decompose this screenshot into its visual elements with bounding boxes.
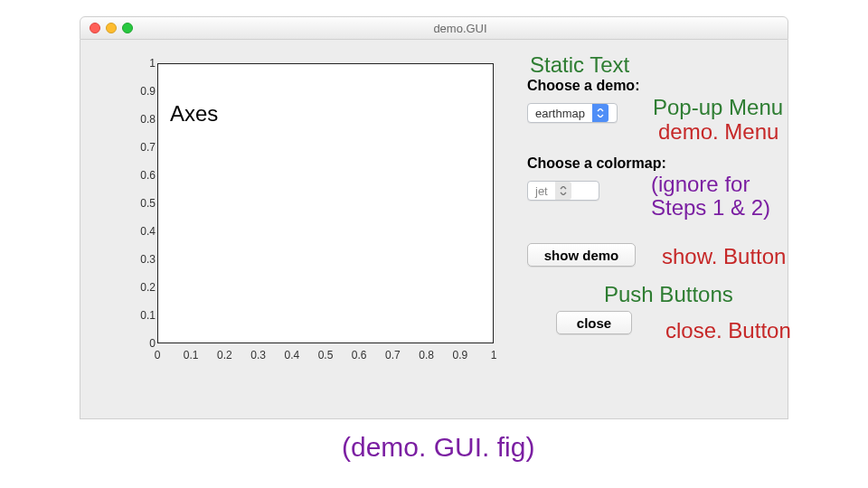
y-tick-label: 0.7 <box>112 141 156 154</box>
choose-demo-label: Choose a demo: <box>527 78 639 94</box>
y-tick-label: 0.1 <box>112 309 156 322</box>
annotation-figfile: (demo. GUI. fig) <box>342 432 534 463</box>
x-tick-label: 0.3 <box>250 349 266 387</box>
x-tick-label: 0.5 <box>318 349 334 387</box>
y-tick-label: 0.4 <box>112 225 156 238</box>
chevron-updown-icon <box>555 182 571 200</box>
y-tick-label: 0.9 <box>112 85 156 98</box>
x-tick-label: 0.1 <box>184 349 199 387</box>
annotation-close-button: close. Button <box>665 318 791 343</box>
y-tick-label: 0.6 <box>112 169 156 182</box>
show-demo-label: show demo <box>544 248 619 263</box>
choose-colormap-label: Choose a colormap: <box>527 155 666 172</box>
close-button-label: close <box>577 315 611 331</box>
colormap-popup-value: jet <box>528 184 555 198</box>
y-tick-label: 0.3 <box>112 253 156 266</box>
minimize-window-icon[interactable] <box>106 23 117 33</box>
close-button[interactable]: close <box>556 311 632 334</box>
y-tick-label: 0.5 <box>112 197 156 210</box>
window-traffic-lights[interactable] <box>90 23 133 33</box>
zoom-window-icon[interactable] <box>122 23 133 33</box>
y-tick-label: 0.2 <box>112 281 156 294</box>
chevron-updown-icon <box>592 104 609 122</box>
y-tick-label: 0 <box>112 337 156 350</box>
annotation-push-buttons: Push Buttons <box>604 282 733 307</box>
x-tick-label: 0.4 <box>284 349 299 387</box>
annotation-static-text: Static Text <box>530 52 629 78</box>
annotation-axes: Axes <box>170 101 218 127</box>
x-tick-label: 0.7 <box>385 349 401 387</box>
x-tick-label: 0.8 <box>419 349 434 387</box>
annotation-popup-menu: Pop-up Menu <box>653 95 783 120</box>
demo-popup-menu[interactable]: earthmap <box>527 103 618 123</box>
x-tick-label: 0.9 <box>452 349 467 387</box>
y-tick-label: 1 <box>112 57 156 70</box>
annotation-ignore-2: Steps 1 & 2) <box>651 195 770 221</box>
annotation-show-button: show. Button <box>662 244 786 269</box>
x-tick-label: 0.6 <box>352 349 367 387</box>
demo-popup-value: earthmap <box>528 107 592 120</box>
window-titlebar: demo.GUI <box>80 16 788 40</box>
x-tick-label: 0.2 <box>217 349 232 387</box>
y-tick-label: 0.8 <box>112 113 156 126</box>
annotation-demo-menu: demo. Menu <box>658 119 778 145</box>
colormap-popup-menu[interactable]: jet <box>527 181 599 201</box>
annotation-ignore-1: (ignore for <box>651 172 750 197</box>
x-tick-label: 0 <box>155 349 161 387</box>
show-demo-button[interactable]: show demo <box>527 243 636 267</box>
close-window-icon[interactable] <box>90 23 100 33</box>
x-tick-label: 1 <box>491 349 497 387</box>
window-title: demo.GUI <box>133 22 788 35</box>
